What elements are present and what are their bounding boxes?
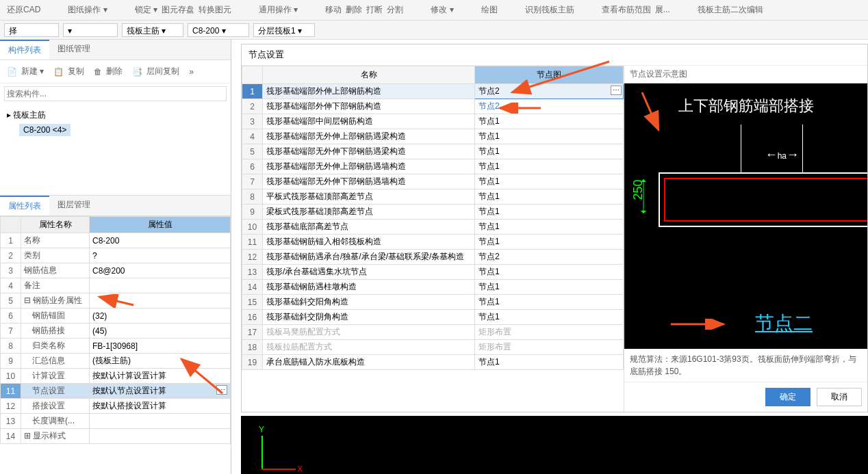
dd2[interactable]: ▾ xyxy=(63,23,118,37)
prop-row[interactable]: 2类别? xyxy=(1,248,231,263)
tree-child[interactable]: C8-200 <4> xyxy=(19,124,71,136)
tab-prop-list[interactable]: 属性列表 xyxy=(0,196,49,215)
node-row[interactable]: 1筏形基础端部外伸上部钢筋构造节点2⋯ xyxy=(242,84,624,99)
dd5[interactable]: 分层筏板1 ▾ xyxy=(253,23,315,37)
node-row[interactable]: 5筏形基础端部无外伸下部钢筋遇梁构造节点1 xyxy=(242,144,624,159)
property-table: 属性名称 属性值 1名称C8-2002类别?3钢筋信息C8@2004备注5⊟ 钢… xyxy=(0,216,231,444)
prop-row[interactable]: 10计算设置按默认计算设置计算 xyxy=(1,369,231,384)
second-edit[interactable]: 筏板主筋二次编辑 xyxy=(698,4,763,16)
prop-tabs: 属性列表 图层管理 xyxy=(0,196,231,216)
prop-row[interactable]: 12搭接设置按默认搭接设置计算 xyxy=(1,399,231,414)
scope-btn[interactable]: 查看布筋范围 xyxy=(602,4,651,16)
node-row[interactable]: 3筏形基础端部中间层钢筋构造节点1 xyxy=(242,114,624,129)
tab-drawing-mgmt[interactable]: 图纸管理 xyxy=(49,40,99,60)
more-icon[interactable]: » xyxy=(186,63,196,80)
drawing-canvas[interactable]: Y X xyxy=(241,416,868,474)
search-input[interactable] xyxy=(4,86,227,101)
prop-col-name: 属性名称 xyxy=(21,217,90,233)
node-row[interactable]: 10筏形基础底部高差节点节点1 xyxy=(242,220,624,235)
prop-row[interactable]: 3钢筋信息C8@200 xyxy=(1,263,231,278)
node-row[interactable]: 19承台底筋锚入防水底板构造节点1 xyxy=(242,355,624,370)
edit-ops[interactable]: 修改 ▾ xyxy=(431,4,453,16)
prop-col-num xyxy=(1,217,21,233)
node-row[interactable]: 15筏形基础斜交阳角构造节点1 xyxy=(242,295,624,310)
del-btn[interactable]: 删除 xyxy=(346,4,362,16)
left-tabs: 构件列表 图纸管理 xyxy=(0,40,231,60)
tab-layer-mgmt[interactable]: 图层管理 xyxy=(49,196,99,215)
node-row[interactable]: 9梁板式筏形基础顶部高差节点节点1 xyxy=(242,205,624,220)
prop-row[interactable]: 9汇总信息(筏板主筋) xyxy=(1,354,231,369)
general-ops[interactable]: 通用操作 ▾ xyxy=(259,4,298,16)
copy-button[interactable]: 📋 复制 xyxy=(51,63,90,80)
cancel-button[interactable]: 取消 xyxy=(817,388,862,406)
dd4[interactable]: C8-200 ▾ xyxy=(188,23,249,37)
svg-marker-2 xyxy=(641,211,646,213)
col-name: 名称 xyxy=(263,66,475,84)
node-row[interactable]: 12筏形基础钢筋遇承台/独基/承台梁/基础联系梁/条基构造节点2 xyxy=(242,250,624,265)
right-panel: 节点设置 名称 节点图 1筏形基础端部外伸上部钢筋构造节点2⋯2筏形基础端部外伸… xyxy=(231,40,868,474)
break-btn[interactable]: 打断 xyxy=(366,4,383,16)
ellipsis-button[interactable]: ⋯ xyxy=(611,85,622,95)
new-button[interactable]: 📄 新建 ▾ xyxy=(4,63,49,80)
node-row[interactable]: 6筏形基础端部无外伸上部钢筋遇墙构造节点1 xyxy=(242,159,624,174)
prop-row[interactable]: 5⊟ 钢筋业务属性 xyxy=(1,293,231,308)
convert-btn[interactable]: 转换图元 xyxy=(199,4,231,16)
prop-row[interactable]: 8归类名称FB-1[30968] xyxy=(1,339,231,354)
diagram-node-label: 节点二 xyxy=(755,311,813,337)
dd3[interactable]: 筏板主筋 ▾ xyxy=(122,23,183,37)
prop-row[interactable]: 1名称C8-200 xyxy=(1,233,231,248)
selector-bar: 择 ▾ 筏板主筋 ▾ C8-200 ▾ 分层筏板1 ▾ xyxy=(0,21,868,40)
recognize-btn[interactable]: 识别筏板主筋 xyxy=(525,4,574,16)
diagram-title: 上下部钢筋端部搭接 xyxy=(624,96,867,116)
node-row[interactable]: 14筏形基础钢筋遇柱墩构造节点1 xyxy=(242,280,624,295)
delete-button[interactable]: 🗑 删除 xyxy=(91,63,128,80)
paper-ops[interactable]: 图纸操作 ▾ xyxy=(68,4,107,16)
left-panel: 构件列表 图纸管理 📄 新建 ▾ 📋 复制 🗑 删除 📑 层间复制 » ▸ 筏板… xyxy=(0,40,231,474)
tab-component-list[interactable]: 构件列表 xyxy=(0,40,49,60)
ok-button[interactable]: 确定 xyxy=(765,388,810,406)
ellipsis-button[interactable]: ⋯ xyxy=(216,385,227,395)
move-btn[interactable]: 移动 xyxy=(325,4,342,16)
node-row[interactable]: 11筏形基础钢筋锚入相邻筏板构造节点1 xyxy=(242,235,624,250)
dd1[interactable]: 择 xyxy=(4,23,59,37)
preview-diagram: 上下部钢筋端部搭接 ←ha→ 250 节点二 xyxy=(624,83,867,349)
node-row[interactable]: 7筏形基础端部无外伸下部钢筋遇墙构造节点1 xyxy=(242,174,624,189)
node-row[interactable]: 17筏板马凳筋配置方式矩形布置 xyxy=(242,325,624,340)
prop-row[interactable]: 13长度调整(... xyxy=(1,414,231,429)
preview-panel: 节点设置示意图 上下部钢筋端部搭接 ←ha→ 250 节点二 规范算法：来源16… xyxy=(624,66,867,412)
prop-row[interactable]: 11节点设置按默认节点设置计算⋯ xyxy=(1,384,231,399)
prop-row[interactable]: 7钢筋搭接(45) xyxy=(1,324,231,339)
node-row[interactable]: 2筏形基础端部外伸下部钢筋构造节点2 xyxy=(242,99,624,114)
node-row[interactable]: 8平板式筏形基础顶部高差节点节点1 xyxy=(242,189,624,205)
axis-x-label: X xyxy=(297,464,303,474)
comp-toolbar: 📄 新建 ▾ 📋 复制 🗑 删除 📑 层间复制 » xyxy=(0,60,231,83)
restore-cad[interactable]: 还原CAD xyxy=(7,4,40,16)
prop-row[interactable]: 6钢筋锚固(32) xyxy=(1,308,231,324)
col-num xyxy=(242,66,263,84)
ribbon-toolbar: 还原CAD 图纸操作 ▾ 锁定 ▾ 图元存盘 转换图元 通用操作 ▾ 移动 删除… xyxy=(0,0,868,21)
lock-btn[interactable]: 锁定 ▾ xyxy=(135,4,157,16)
split-btn[interactable]: 分割 xyxy=(387,4,403,16)
node-row[interactable]: 16筏形基础斜交阴角构造节点1 xyxy=(242,310,624,325)
prop-col-val: 属性值 xyxy=(90,217,231,233)
node-table: 名称 节点图 1筏形基础端部外伸上部钢筋构造节点2⋯2筏形基础端部外伸下部钢筋构… xyxy=(242,66,624,370)
node-row[interactable]: 13筏形/承台基础遇集水坑节点节点1 xyxy=(242,265,624,280)
col-node: 节点图 xyxy=(475,66,624,84)
preview-title: 节点设置示意图 xyxy=(624,66,867,83)
prop-row[interactable]: 14⊞ 显示样式 xyxy=(1,429,231,444)
node-row[interactable]: 18筏板拉筋配置方式矩形布置 xyxy=(242,340,624,355)
prop-row[interactable]: 4备注 xyxy=(1,278,231,293)
layer-save[interactable]: 图元存盘 xyxy=(162,4,194,16)
node-row[interactable]: 4筏形基础端部无外伸上部钢筋遇梁构造节点1 xyxy=(242,129,624,144)
intercopy-button[interactable]: 📑 层间复制 xyxy=(129,63,185,80)
scope2-btn[interactable]: 展... xyxy=(655,4,670,16)
node-settings-dialog: 节点设置 名称 节点图 1筏形基础端部外伸上部钢筋构造节点2⋯2筏形基础端部外伸… xyxy=(241,44,868,412)
tree-root[interactable]: ▸ 筏板主筋 xyxy=(7,108,224,122)
component-tree: ▸ 筏板主筋 C8-200 <4> xyxy=(0,104,231,142)
draw-btn[interactable]: 绘图 xyxy=(481,4,498,16)
axis-y-label: Y xyxy=(259,425,264,434)
dialog-title: 节点设置 xyxy=(242,44,867,66)
svg-marker-1 xyxy=(641,179,646,182)
preview-caption: 规范算法：来源16G101-3第93页。筏板面筋伸到端部弯折，与底筋搭接 150… xyxy=(624,349,867,382)
diagram-ha: ←ha→ xyxy=(765,148,799,162)
